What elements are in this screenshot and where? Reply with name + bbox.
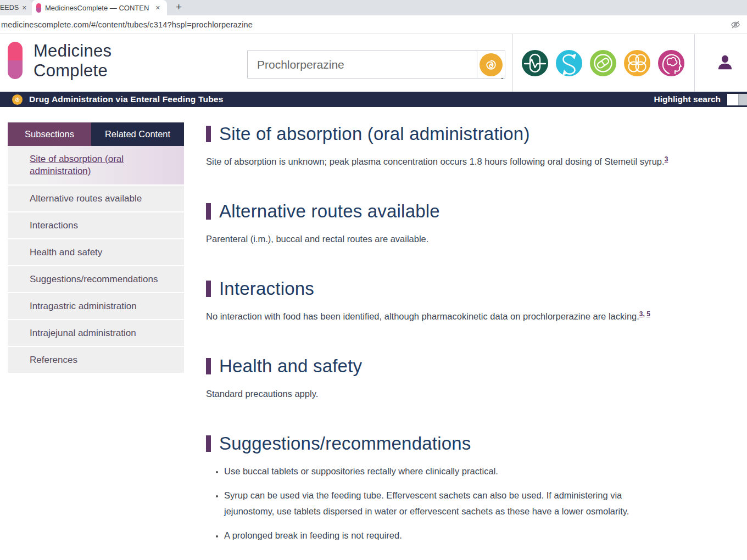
tab-close-icon[interactable]: ✕: [153, 3, 163, 13]
sidebar-item-label: Health and safety: [30, 247, 102, 258]
heading-accent-bar: [206, 435, 211, 452]
highlight-search-control: Highlight search: [654, 92, 747, 107]
sidebar-item-label: Site of absorption (oral administration): [30, 153, 177, 177]
ring-cluster-icon[interactable]: [624, 50, 650, 76]
reference-link[interactable]: 3: [665, 155, 668, 163]
publication-title: Drug Administration via Enteral Feeding …: [29, 94, 224, 104]
heading-accent-bar: [206, 203, 211, 220]
url-text[interactable]: medicinescomplete.com/#/content/tubes/c3…: [1, 20, 731, 29]
article-content: Site of absorption (oral administration)…: [184, 122, 747, 560]
tab-label: Subsections: [25, 129, 74, 139]
section-alternative-routes: Alternative routes available Parenteral …: [206, 201, 736, 247]
section-heading: Health and safety: [206, 356, 736, 377]
sidebar-item-intrajejunal[interactable]: Intrajejunal administration: [8, 320, 184, 347]
address-bar[interactable]: medicinescomplete.com/#/content/tubes/c3…: [0, 15, 747, 34]
tubes-spiral-icon: [12, 94, 23, 105]
site-header: Medicines Complete ⌄: [0, 34, 747, 92]
section-interactions: Interactions No interaction with food ha…: [206, 278, 736, 324]
sidebar-item-health-and-safety[interactable]: Health and safety: [8, 239, 184, 266]
sidebar-item-label: Alternative routes available: [30, 193, 142, 204]
content-layout: Subsections Related Content Site of abso…: [0, 107, 747, 560]
tab-label: Related Content: [105, 129, 170, 139]
sidebar-item-alternative-routes[interactable]: Alternative routes available: [8, 186, 184, 212]
tab-title: EEDS: [0, 4, 20, 12]
suggestion-item: Syrup can be used via the feeding tube. …: [224, 488, 664, 519]
sync-arrows-icon[interactable]: [556, 50, 582, 76]
section-site-of-absorption: Site of absorption (oral administration)…: [206, 124, 736, 170]
heading-accent-bar: [206, 126, 211, 142]
pill-logo-icon: [8, 42, 23, 79]
sidebar-item-references[interactable]: References: [8, 347, 184, 374]
resource-icon-group: [522, 50, 684, 76]
suggestion-item: Use buccal tablets or suppositories rect…: [224, 463, 664, 479]
suggestion-list: Use buccal tablets or suppositories rect…: [206, 463, 736, 544]
section-paragraph: Parenteral (i.m.), buccal and rectal rou…: [206, 231, 678, 247]
section-paragraph: Site of absorption is unknown; peak plas…: [206, 154, 678, 170]
tab-subsections[interactable]: Subsections: [8, 122, 91, 146]
reference-link[interactable]: 3: [639, 310, 643, 318]
medicines-complete-logo[interactable]: Medicines Complete: [8, 37, 112, 81]
sidebar-item-label: Intragastric administration: [30, 301, 137, 312]
toggle-knob: [727, 94, 738, 105]
heading-accent-bar: [206, 358, 211, 374]
tab-title: MedicinesComplete — CONTENT: [45, 4, 149, 12]
section-heading: Alternative routes available: [206, 201, 736, 222]
section-heading: Suggestions/recommendations: [206, 433, 736, 454]
sidebar-item-label: Suggestions/recommendations: [30, 274, 158, 285]
logo-text: Medicines Complete: [34, 41, 112, 81]
chevron-down-icon: ⌄: [500, 75, 504, 80]
sidebar-item-label: References: [30, 355, 77, 366]
sidebar-item-label: Interactions: [30, 220, 78, 231]
sidebar: Subsections Related Content Site of abso…: [8, 122, 184, 374]
new-tab-button[interactable]: +: [176, 2, 182, 12]
reference-link[interactable]: 5: [646, 310, 650, 318]
user-account-button[interactable]: [711, 49, 739, 77]
section-heading: Interactions: [206, 278, 736, 299]
sidebar-item-suggestions[interactable]: Suggestions/recommendations: [8, 266, 184, 293]
section-suggestions: Suggestions/recommendations Use buccal t…: [206, 433, 736, 544]
tubes-spiral-icon: [480, 53, 503, 76]
tab-related-content[interactable]: Related Content: [91, 122, 184, 146]
sidebar-item-site-of-absorption[interactable]: Site of absorption (oral administration): [8, 146, 184, 186]
head-brain-icon[interactable]: [658, 50, 684, 76]
section-health-and-safety: Health and safety Standard precautions a…: [206, 356, 736, 402]
person-icon: [716, 54, 734, 72]
circled-pill-icon[interactable]: [590, 50, 616, 76]
sidebar-tabs: Subsections Related Content: [8, 122, 184, 146]
suggestion-item: A prolonged break in feeding is not requ…: [224, 528, 664, 544]
section-paragraph: Standard precautions apply.: [206, 386, 678, 402]
subsection-list: Site of absorption (oral administration)…: [8, 146, 184, 374]
tab-close-icon[interactable]: ✕: [20, 3, 29, 13]
capsule-pulse-icon[interactable]: [522, 50, 548, 76]
section-paragraph: No interaction with food has been identi…: [206, 309, 678, 324]
eye-slash-icon[interactable]: [731, 20, 740, 30]
highlight-search-toggle[interactable]: [727, 94, 747, 105]
header-divider: [694, 34, 695, 92]
search-scope-dropdown[interactable]: ⌄: [477, 51, 505, 78]
search-input[interactable]: [248, 51, 477, 78]
header-divider: [512, 34, 513, 92]
publication-banner: Drug Administration via Enteral Feeding …: [0, 92, 747, 107]
sidebar-item-label: Intrajejunal administration: [30, 328, 136, 339]
search-box: ⌄: [247, 51, 505, 79]
browser-tab-background[interactable]: EEDS ✕: [0, 0, 32, 15]
section-heading: Site of absorption (oral administration): [206, 124, 736, 144]
sidebar-item-intragastric[interactable]: Intragastric administration: [8, 293, 184, 320]
browser-tab-active[interactable]: MedicinesComplete — CONTENT ✕: [32, 0, 167, 15]
sidebar-item-interactions[interactable]: Interactions: [8, 212, 184, 239]
pill-favicon-icon: [36, 3, 41, 13]
heading-accent-bar: [206, 281, 211, 297]
highlight-search-label: Highlight search: [654, 94, 721, 104]
browser-tab-strip: EEDS ✕ MedicinesComplete — CONTENT ✕ +: [0, 0, 747, 15]
